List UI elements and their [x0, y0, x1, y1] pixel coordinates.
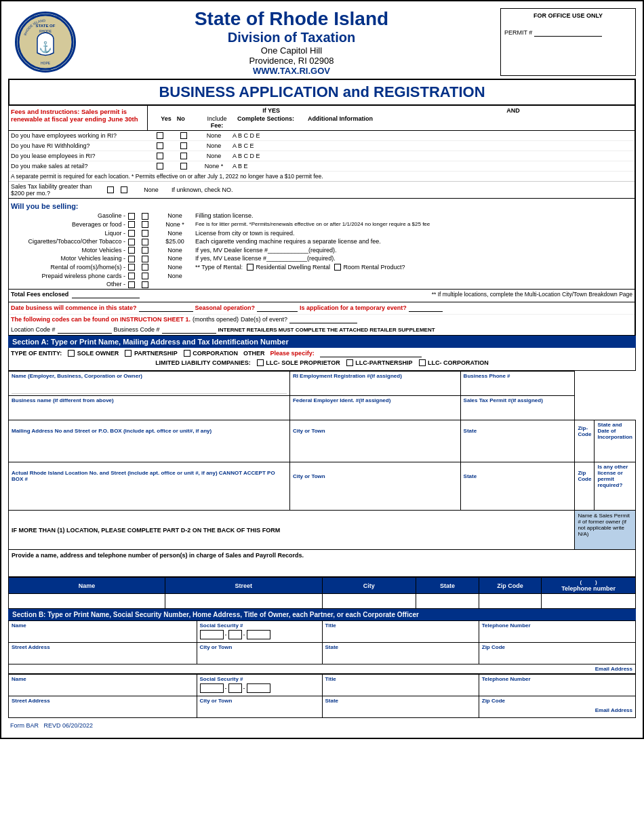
- secb-title-input-1[interactable]: [325, 629, 476, 641]
- llc-sole-label: LLC- SOLE PROPRIETOR: [266, 359, 340, 366]
- other-label: Other -: [9, 281, 127, 287]
- payroll-state-col: State: [440, 582, 455, 589]
- payroll-city-input[interactable]: [322, 594, 416, 609]
- liquor-no-checkbox[interactable]: [142, 230, 148, 237]
- llc-partnership-checkbox[interactable]: [346, 359, 353, 366]
- cigarettes-yes-checkbox[interactable]: [128, 239, 135, 245]
- llc-corporation-label: LLC- CORPORATION: [428, 359, 489, 366]
- fee-row-3: Do you make sales at retail? None * A B …: [9, 161, 635, 172]
- sales-tax-permit-input[interactable]: [464, 403, 572, 418]
- former-owner-input[interactable]: [578, 537, 632, 547]
- secb-zip-input-1[interactable]: [482, 650, 632, 662]
- secb-ssn-input-2[interactable]: - -: [200, 682, 319, 694]
- secb-state-input-1[interactable]: [325, 650, 476, 662]
- payroll-phone-input[interactable]: [542, 594, 636, 609]
- gasoline-fee: None: [155, 212, 195, 219]
- gasoline-yes-checkbox[interactable]: [128, 213, 135, 220]
- partnership-checkbox[interactable]: [125, 350, 132, 357]
- payroll-state-input[interactable]: [416, 594, 479, 609]
- state-date-incorporation-label: State and Date of Incorporation: [597, 422, 632, 440]
- beverages-yes-checkbox[interactable]: [128, 221, 135, 228]
- mailing-address-input[interactable]: [12, 434, 287, 454]
- sales-tax-label: Sales Tax liability greater than $200 pe…: [9, 182, 104, 197]
- secb-city-input-1[interactable]: [200, 650, 319, 662]
- mailing-city-input[interactable]: [293, 434, 458, 454]
- employees-no-checkbox[interactable]: [180, 132, 187, 139]
- retail-yes-checkbox[interactable]: [157, 163, 163, 170]
- address-line1: One Capitol Hill: [83, 45, 500, 56]
- sales-tax-yes-checkbox[interactable]: [107, 186, 114, 193]
- secb-zip-label-2: Zip Code: [482, 698, 632, 704]
- permit-number-field[interactable]: PERMIT #: [504, 29, 632, 37]
- secb-phone-input-1[interactable]: [482, 629, 632, 641]
- ri-employment-input[interactable]: [293, 379, 458, 394]
- temporary-label: Is application for a temporary event?: [300, 304, 407, 311]
- business-name-input[interactable]: [12, 403, 287, 418]
- retail-no-checkbox[interactable]: [180, 163, 187, 170]
- llc-sole-checkbox[interactable]: [257, 359, 264, 366]
- llc-corporation-checkbox[interactable]: [419, 359, 426, 366]
- mv-leasing-no-checkbox[interactable]: [142, 256, 148, 262]
- secb-name-input-1[interactable]: [12, 629, 194, 641]
- secb-name-input-2[interactable]: [12, 682, 194, 694]
- actual-address-input[interactable]: [12, 482, 287, 502]
- beverages-no-checkbox[interactable]: [142, 221, 148, 228]
- seasonal-label: Seasonal operation?: [195, 304, 256, 311]
- name-input[interactable]: [12, 379, 287, 394]
- mailing-zip-input[interactable]: [578, 437, 591, 458]
- no-col: No: [177, 115, 185, 122]
- secb-street-input-1[interactable]: [12, 650, 194, 662]
- other-license-input[interactable]: [597, 488, 632, 509]
- business-code-label: Business Code #: [114, 326, 160, 333]
- prepaid-no-checkbox[interactable]: [142, 273, 148, 279]
- prepaid-yes-checkbox[interactable]: [128, 273, 135, 279]
- secb-city-input-2[interactable]: [200, 704, 319, 716]
- actual-city-input[interactable]: [293, 479, 458, 500]
- secb-state-input-2[interactable]: [325, 704, 476, 716]
- instruction-note: The following codes can be found on INST…: [11, 316, 190, 323]
- sole-owner-checkbox[interactable]: [68, 350, 75, 357]
- corporation-checkbox[interactable]: [184, 350, 190, 357]
- mailing-zip-label: Zip-Code: [578, 425, 591, 437]
- secb-street-input-2[interactable]: [12, 704, 194, 716]
- lease-employees-no-checkbox[interactable]: [180, 153, 187, 159]
- secb-title-input-2[interactable]: [325, 682, 476, 694]
- sales-tax-no-checkbox[interactable]: [121, 186, 127, 193]
- employees-yes-checkbox[interactable]: [157, 132, 163, 139]
- rental-yes-checkbox[interactable]: [128, 264, 135, 271]
- sales-tax-fee: None: [131, 186, 172, 193]
- lease-employees-yes-checkbox[interactable]: [157, 153, 163, 159]
- mv-leasing-yes-checkbox[interactable]: [128, 256, 135, 262]
- other-yes-checkbox[interactable]: [128, 281, 135, 288]
- state-date-incorporation-input[interactable]: [597, 440, 632, 460]
- payroll-zip-input[interactable]: [479, 594, 542, 609]
- secb-title-label-1: Title: [325, 622, 476, 629]
- actual-zip-input[interactable]: [578, 482, 591, 502]
- motor-vehicles-no-checkbox[interactable]: [142, 247, 148, 254]
- cigarettes-no-checkbox[interactable]: [142, 239, 148, 245]
- state-name: State of Rhode Island: [83, 8, 500, 30]
- include-label: Include: [197, 115, 237, 122]
- other-no-checkbox[interactable]: [142, 281, 148, 288]
- withholding-yes-checkbox[interactable]: [157, 142, 163, 149]
- secb-city-label-2: City or Town: [200, 698, 319, 704]
- actual-state-input[interactable]: [464, 479, 572, 500]
- motor-vehicles-yes-checkbox[interactable]: [128, 247, 135, 254]
- liquor-yes-checkbox[interactable]: [128, 230, 135, 237]
- gasoline-no-checkbox[interactable]: [142, 213, 148, 220]
- business-phone-input[interactable]: [464, 379, 572, 394]
- secb-phone-input-2[interactable]: [482, 682, 632, 694]
- form-revd: REVD 06/20/2022: [44, 722, 94, 729]
- secb-ssn-input-1[interactable]: - -: [200, 629, 319, 641]
- employees-fee: None: [195, 132, 233, 139]
- mailing-state-input[interactable]: [464, 434, 572, 454]
- secb-state-label-1: State: [325, 644, 476, 650]
- rental-no-checkbox[interactable]: [142, 264, 148, 271]
- withholding-no-checkbox[interactable]: [180, 142, 187, 149]
- federal-employer-input[interactable]: [293, 403, 458, 418]
- payroll-street-input[interactable]: [165, 594, 322, 609]
- business-name-label: Business name (if different from above): [12, 397, 287, 403]
- llc-partnership-label: LLC-PARTNERSHIP: [355, 359, 412, 366]
- payroll-name-input[interactable]: [9, 594, 165, 609]
- withholding-sections: A B C E: [233, 142, 635, 149]
